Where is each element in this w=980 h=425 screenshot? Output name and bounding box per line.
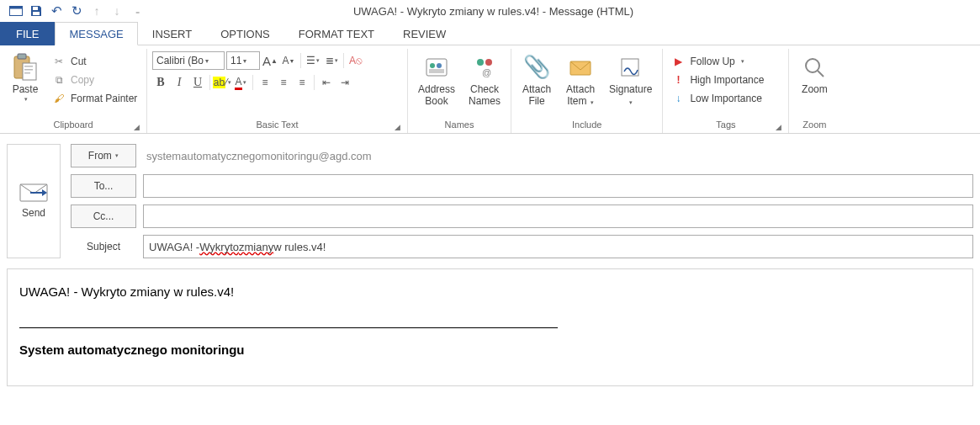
numbering-icon[interactable]: ≣▾ xyxy=(323,52,340,69)
cut-icon: ✂ xyxy=(52,55,66,68)
attach-file-label: Attach File xyxy=(522,84,551,108)
qat-customize-icon[interactable]: ₌ xyxy=(130,3,145,19)
signature-label: Signature xyxy=(609,83,652,95)
italic-button[interactable]: I xyxy=(171,74,188,91)
tab-review[interactable]: REVIEW xyxy=(389,22,460,45)
from-row: From ▾ systemautomatycznegomonitoringu@a… xyxy=(71,144,973,167)
copy-button[interactable]: ⧉ Copy xyxy=(49,71,140,89)
from-button[interactable]: From ▾ xyxy=(71,144,136,167)
increase-indent-icon[interactable]: ⇥ xyxy=(336,74,353,91)
check-names-button[interactable]: @ Check Names xyxy=(464,50,506,109)
group-basic-text: Calibri (Bo▾ 11▾ A▲ A▼ ☰▾ ≣▾ A⦸ B I U ab… xyxy=(147,49,408,133)
save-icon[interactable] xyxy=(29,3,44,19)
svg-rect-5 xyxy=(18,54,26,59)
group-include-label: Include xyxy=(516,118,657,131)
svg-point-12 xyxy=(437,63,442,68)
to-button[interactable]: To... xyxy=(71,174,136,198)
font-name-value: Calibri (Bo xyxy=(156,55,204,66)
redo-icon[interactable]: ↻ xyxy=(69,3,84,19)
address-book-label: Address Book xyxy=(418,84,455,108)
format-painter-button[interactable]: 🖌 Format Painter xyxy=(49,89,140,108)
undo-icon[interactable]: ↶ xyxy=(49,3,64,19)
tab-insert[interactable]: INSERT xyxy=(138,22,206,45)
body-signature: System automatycznego monitoringu xyxy=(19,343,961,357)
message-body[interactable]: UWAGA! - Wykryto zmiany w rules.v4! Syst… xyxy=(7,268,973,386)
low-importance-button[interactable]: ↓ Low Importance xyxy=(668,89,767,108)
shrink-font-icon[interactable]: A▼ xyxy=(280,52,297,69)
align-right-icon[interactable]: ≡ xyxy=(294,74,310,91)
basic-text-launcher-icon[interactable]: ◢ xyxy=(392,120,402,130)
clipboard-launcher-icon[interactable]: ◢ xyxy=(131,120,141,130)
subject-input[interactable]: UWAGA! - Wykryto zmiany w rules.v4! xyxy=(143,235,973,258)
send-icon xyxy=(19,183,48,202)
tab-format-text[interactable]: FORMAT TEXT xyxy=(284,22,389,45)
font-size-value: 11 xyxy=(230,55,241,66)
group-tags: ▶ Follow Up ▾ ! High Importance ↓ Low Im… xyxy=(663,49,789,133)
underline-button[interactable]: U xyxy=(189,74,206,91)
address-book-button[interactable]: Address Book xyxy=(413,50,460,109)
high-importance-label: High Importance xyxy=(690,74,764,86)
next-icon[interactable]: ↓ xyxy=(109,3,124,19)
tab-message[interactable]: MESSAGE xyxy=(55,22,137,45)
low-importance-label: Low Importance xyxy=(690,93,761,104)
paste-button[interactable]: Paste ▾ xyxy=(5,50,45,104)
svg-point-14 xyxy=(477,59,484,66)
group-names: Address Book @ Check Names Names xyxy=(408,49,511,133)
grow-font-icon[interactable]: A▲ xyxy=(262,52,278,69)
low-importance-icon: ↓ xyxy=(671,92,685,105)
tab-options[interactable]: OPTIONS xyxy=(206,22,284,45)
zoom-label: Zoom xyxy=(802,84,828,96)
bold-button[interactable]: B xyxy=(152,74,169,91)
svg-rect-2 xyxy=(33,7,38,10)
svg-rect-13 xyxy=(429,69,444,73)
font-color-icon[interactable]: A▾ xyxy=(232,74,249,91)
svg-rect-3 xyxy=(33,12,40,15)
ribbon: Paste ▾ ✂ Cut ⧉ Copy 🖌 Format Painter Cl xyxy=(0,45,980,134)
high-importance-button[interactable]: ! High Importance xyxy=(668,71,767,89)
window-icon xyxy=(8,3,24,19)
attach-file-button[interactable]: 📎 Attach File xyxy=(516,50,557,109)
format-painter-label: Format Painter xyxy=(71,93,137,104)
align-left-icon[interactable]: ≡ xyxy=(257,74,273,91)
decrease-indent-icon[interactable]: ⇤ xyxy=(318,74,335,91)
zoom-icon xyxy=(799,52,829,82)
font-size-combo[interactable]: 11▾ xyxy=(226,51,260,70)
prev-icon[interactable]: ↑ xyxy=(89,3,104,19)
cut-button[interactable]: ✂ Cut xyxy=(49,52,140,71)
cc-row: Cc... xyxy=(71,205,973,228)
check-names-icon: @ xyxy=(469,52,500,82)
group-zoom: Zoom Zoom xyxy=(789,49,840,133)
group-zoom-label: Zoom xyxy=(794,118,834,131)
cc-input[interactable] xyxy=(143,205,973,228)
signature-button[interactable]: Signature▾ xyxy=(604,50,657,109)
align-center-icon[interactable]: ≡ xyxy=(275,74,292,91)
to-input[interactable] xyxy=(143,174,973,198)
body-line-1: UWAGA! - Wykryto zmiany w rules.v4! xyxy=(19,284,961,299)
tags-launcher-icon[interactable]: ◢ xyxy=(773,120,783,130)
tab-file[interactable]: FILE xyxy=(0,22,55,45)
svg-line-20 xyxy=(818,71,824,77)
group-tags-label: Tags ◢ xyxy=(668,118,783,131)
send-button[interactable]: Send xyxy=(7,144,61,258)
highlight-icon[interactable]: ab⁄▾ xyxy=(214,74,230,91)
cut-label: Cut xyxy=(71,56,87,67)
group-basic-text-label: Basic Text ◢ xyxy=(152,118,402,131)
flag-icon: ▶ xyxy=(671,55,685,68)
svg-point-19 xyxy=(806,59,819,72)
group-names-label: Names xyxy=(413,118,506,131)
font-name-combo[interactable]: Calibri (Bo▾ xyxy=(152,51,225,70)
svg-point-11 xyxy=(430,63,435,68)
svg-rect-8 xyxy=(24,69,33,71)
copy-label: Copy xyxy=(71,74,94,86)
follow-up-button[interactable]: ▶ Follow Up ▾ xyxy=(668,52,767,71)
format-painter-icon: 🖌 xyxy=(52,92,66,105)
bullets-icon[interactable]: ☰▾ xyxy=(305,52,321,69)
cc-button[interactable]: Cc... xyxy=(71,205,136,228)
zoom-button[interactable]: Zoom xyxy=(794,50,834,98)
send-label: Send xyxy=(22,207,45,219)
attach-item-icon xyxy=(565,52,596,82)
svg-rect-1 xyxy=(10,7,23,9)
attach-item-button[interactable]: Attach Item ▾ xyxy=(560,50,601,109)
svg-text:@: @ xyxy=(482,67,491,77)
clear-formatting-icon[interactable]: A⦸ xyxy=(347,52,364,69)
